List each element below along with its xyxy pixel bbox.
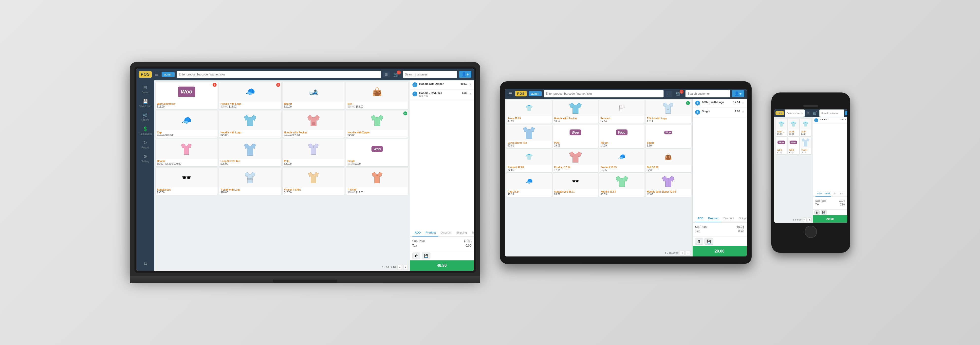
tablet-product-11[interactable]: 👜 Belt 52.38 52.38 [646, 149, 691, 172]
tablet-search-product-input[interactable] [544, 90, 664, 97]
phone-save-button[interactable]: 💾 [821, 210, 827, 215]
laptop-order-remove-0[interactable]: × [469, 83, 471, 86]
tablet-tab-shipping[interactable]: Shipping [737, 215, 747, 222]
tablet-subtotal-label: Sub Total [695, 225, 708, 229]
laptop-sidebar-item-pos-bottom[interactable]: 🖥 [137, 259, 154, 268]
tablet-product-12[interactable]: 🧢 Cap 15.24 15.24 [506, 173, 552, 197]
laptop-pagination-info: 1 - 16 of 18 [382, 266, 396, 269]
laptop-search-product-input[interactable] [177, 71, 381, 78]
tablet-product-6[interactable]: Woo Album 14.29 [599, 124, 644, 148]
laptop-product-card-11[interactable]: Woo Single $3.00$2.00 [346, 139, 408, 166]
laptop-charge-button[interactable]: 46.80 [410, 261, 474, 271]
laptop-order-remove-1[interactable]: × [469, 92, 471, 95]
tablet-product-2[interactable]: 🏳️ Pennant 17.14 [599, 100, 644, 124]
laptop-add-customer-button[interactable]: 👤+ [459, 71, 471, 78]
laptop-admin-badge[interactable]: admin [162, 72, 175, 77]
laptop-sidebar-item-board[interactable]: ⊞ Board [137, 83, 154, 96]
laptop-product-card-8[interactable]: Hoodie $5.00 - $4,500,000.00 [156, 139, 218, 166]
tablet-product-8[interactable]: 👕 Product 42.86 42.86 [506, 149, 552, 172]
tablet-order-remove-1[interactable]: × [742, 110, 744, 114]
phone-product-5[interactable]: T-shirt 18.00 [800, 137, 811, 154]
laptop-tab-product[interactable]: Product [423, 229, 438, 237]
laptop-sidebar-item-transactions[interactable]: 💲 Transactions [137, 124, 154, 137]
tablet-product-9[interactable]: Product 17.14 17.14 [553, 149, 598, 172]
phone-product-4[interactable]: Woo WOO 41.80 [788, 137, 799, 154]
tablet-filter-button[interactable]: ⊟ [665, 91, 672, 97]
phone-tab-add[interactable]: ADD [816, 191, 823, 197]
tablet-tab-add[interactable]: ADD [695, 215, 706, 222]
phone-cart-icon[interactable]: 🛒 [811, 111, 818, 115]
phone-delete-button[interactable]: 🗑 [814, 210, 820, 215]
laptop-sidebar-item-orders[interactable]: 🛒 Orders [137, 110, 154, 123]
tablet-product-14[interactable]: Hoodie 33.33 33.33 [599, 173, 644, 197]
tablet-add-customer-button[interactable]: 👤+ [732, 90, 744, 97]
laptop-sidebar-item-report[interactable]: ↻ Report [137, 138, 154, 151]
tablet-delete-button[interactable]: 🗑 [695, 238, 703, 245]
laptop-product-card-0[interactable]: 1 Woo WooCommerce $15.00 [156, 82, 218, 109]
laptop-cart-icon[interactable]: 🛒 2 [392, 72, 401, 78]
tablet-product-15[interactable]: Hoodie with Zipper 42.86 42.86 [646, 173, 691, 197]
phone-pagination-prev[interactable]: ‹ [803, 218, 807, 222]
phone-product-3[interactable]: Woo WOO 41.80 [776, 137, 787, 154]
phone-tab-product[interactable]: Prod [823, 191, 831, 197]
laptop-product-card-7[interactable]: 10 [346, 110, 408, 138]
laptop-tab-discount[interactable]: Discount [438, 229, 454, 237]
tablet-search-customer-input[interactable] [686, 90, 730, 97]
laptop-product-card-4[interactable]: 🧢 Cap $18.00$16.00 [156, 110, 218, 138]
tablet-product-5[interactable]: Woo POS 19.05 [553, 124, 598, 148]
laptop-product-card-3[interactable]: 👜 Belt $65.00$55.00 [346, 82, 408, 109]
phone-tab-discount[interactable]: Disc [831, 191, 838, 197]
tablet-order-remove-0[interactable]: × [742, 101, 744, 105]
laptop-product-card-2[interactable]: 🎿 Beanie $20.00 [283, 82, 345, 109]
phone-charge-button[interactable]: 20.00 [813, 215, 847, 223]
tablet-pagination-next[interactable]: › [686, 251, 690, 256]
laptop-tab-shipping[interactable]: Shipping [454, 229, 469, 237]
laptop-product-card-10[interactable]: Polo $20.00 [283, 139, 345, 166]
phone-tab-tax[interactable]: Tax [838, 191, 845, 197]
laptop-product-card-1[interactable]: 8 🧢 Hoodie with Logo $20.00$18. [219, 82, 281, 109]
tablet-product-1[interactable]: Hoodie with Pocket 10.52 [553, 100, 598, 124]
laptop-tab-add[interactable]: ADD [412, 229, 423, 237]
laptop-product-card-13[interactable]: WOO T-shirt with Logo $18.00 [219, 168, 281, 195]
tablet-product-13[interactable]: 🕶️ Sunglasses 85.71 85.71 [553, 173, 598, 197]
laptop-pagination-next[interactable]: › [403, 265, 408, 270]
tablet-admin-badge[interactable]: admin [528, 91, 542, 96]
laptop-hamburger-icon[interactable]: ☰ [154, 72, 159, 77]
tablet-save-button[interactable]: 💾 [705, 238, 713, 245]
phone-filter-button[interactable]: ⊟ [806, 111, 810, 115]
laptop-product-card-12[interactable]: 🕶️ Sunglasses $90.00 [156, 168, 218, 195]
laptop-filter-button[interactable]: ⊟ [383, 72, 390, 78]
tablet-tab-discount[interactable]: Discount [721, 215, 737, 222]
phone-add-customer-button[interactable]: + [845, 111, 847, 115]
phone-home-button[interactable] [805, 226, 817, 238]
phone-product-2[interactable]: 👕 22.14 22.14 [800, 119, 811, 136]
laptop-search-customer-input[interactable] [403, 71, 457, 78]
phone-pagination-next[interactable]: › [808, 218, 811, 222]
laptop-product-card-5[interactable]: Hoodie with Logo $45.00 [219, 110, 281, 138]
phone-search-product-input[interactable] [785, 110, 805, 117]
tablet-tab-product[interactable]: Product [706, 215, 721, 222]
laptop-product-card-9[interactable]: Long Sleeve Tee $25.00 [219, 139, 281, 166]
laptop-tab-tax[interactable]: Tax [469, 229, 474, 237]
tablet-cart-icon[interactable]: 🛒 2 [675, 91, 684, 97]
tablet-product-10[interactable]: 🧢 Product 19.05 19.05 [599, 149, 644, 172]
tablet-charge-button[interactable]: 20.00 [693, 246, 747, 256]
tablet-product-4[interactable]: Long Sleeve Tee 23.81 [506, 124, 552, 148]
tablet-pagination-prev[interactable]: ‹ [680, 251, 684, 256]
laptop-product-card-6[interactable]: Hoodie with Pocket $45.00$35.00 [283, 110, 345, 138]
tablet-hamburger-icon[interactable]: ☰ [508, 91, 513, 96]
phone-product-1[interactable]: 👕 10.95 10.95 [788, 119, 799, 136]
phone-search-customer-input[interactable] [819, 110, 844, 117]
tablet-product-3[interactable]: 1 W [646, 100, 691, 124]
laptop-product-card-15[interactable]: "I-Shirt" $20.00$15.00 [346, 168, 408, 195]
laptop-pagination-prev[interactable]: ‹ [398, 265, 402, 270]
laptop-sidebar-item-setting[interactable]: ⚙ Setting [137, 152, 154, 165]
laptop-save-button[interactable]: 💾 [422, 253, 430, 259]
phone-product-0[interactable]: 👕 From 27.29 27.29 [776, 119, 787, 136]
tablet-product-7[interactable]: Woo Single 1.90 [646, 124, 691, 148]
laptop-product-price-4: $18.00$16.00 [157, 134, 216, 137]
laptop-sidebar-item-savedcart[interactable]: 💾 Saved Cart [137, 97, 154, 110]
tablet-product-0[interactable]: 👕 From 47.29 47.29 [506, 100, 552, 124]
laptop-delete-button[interactable]: 🗑 [412, 253, 420, 259]
laptop-product-card-14[interactable]: V-Neck T-Shirt $15.00 [283, 168, 345, 195]
